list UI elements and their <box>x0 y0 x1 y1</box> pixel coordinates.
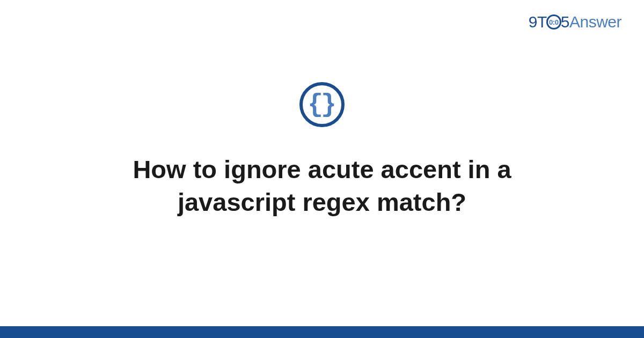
main-content: { } How to ignore acute accent in a java… <box>0 0 644 338</box>
question-title: How to ignore acute accent in a javascri… <box>75 153 569 218</box>
footer-bar <box>0 326 644 338</box>
right-brace: } <box>321 92 336 117</box>
topic-icon-container: { } <box>299 82 345 127</box>
code-braces-icon: { } <box>299 82 345 127</box>
